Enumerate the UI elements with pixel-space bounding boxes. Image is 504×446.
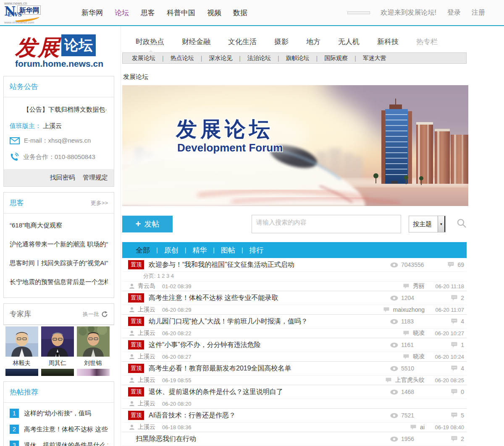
- views-icon: [390, 262, 398, 268]
- thread-author[interactable]: 上溪云: [138, 353, 155, 360]
- thread-author[interactable]: 上溪云: [138, 306, 155, 313]
- hot-posts-list: 1 这样的“幼小衔接”，值吗 2 高考生注意！体检不达标 这些专. 3 退休、提…: [4, 403, 114, 446]
- sike-item[interactable]: 思客时间丨找回失踪孩子的"视觉AI",...: [10, 254, 108, 273]
- hot-post-item[interactable]: 1 这样的“幼小衔接”，值吗: [10, 405, 108, 421]
- last-replier[interactable]: maixuzhong: [393, 306, 425, 313]
- channel-drone[interactable]: 无人机: [338, 37, 360, 47]
- thread-title[interactable]: AI语音技术：行善还是作恶？: [149, 411, 390, 420]
- admin-rules-link[interactable]: 管理规定: [83, 174, 108, 181]
- thread-author[interactable]: 上溪云: [138, 329, 155, 337]
- tab-pictures[interactable]: 图帖: [221, 245, 235, 255]
- channel-tech[interactable]: 新科技: [377, 37, 399, 47]
- expert-photo[interactable]: [77, 326, 110, 357]
- topnav-sike[interactable]: 思客: [141, 8, 155, 18]
- expert-photo[interactable]: [41, 326, 74, 357]
- subnav-development-forum[interactable]: 发展论坛: [130, 55, 157, 62]
- expert-name[interactable]: 林毅夫: [5, 357, 38, 369]
- channel-photography[interactable]: 摄影: [274, 37, 289, 47]
- last-replier[interactable]: 秀丽: [413, 282, 425, 290]
- subnav-hot-forum[interactable]: 热点论坛: [169, 55, 196, 62]
- subnav-law-forum[interactable]: 法治论坛: [246, 55, 273, 62]
- thread-author[interactable]: 青云岛: [138, 282, 155, 290]
- author-icon: [129, 354, 135, 360]
- expert-photo-partial[interactable]: [77, 369, 110, 376]
- channel-finance[interactable]: 财经金融: [182, 37, 210, 47]
- moderator-name[interactable]: 上溪云: [43, 122, 62, 129]
- topnav-video[interactable]: 视频: [207, 8, 221, 18]
- expert-name[interactable]: 刘世锦: [76, 357, 109, 369]
- thread-author[interactable]: 上溪云: [138, 423, 155, 431]
- thread-title[interactable]: 高考生必看！教育部最新发布2019全国高校名单: [149, 364, 390, 373]
- channel-nav: 时政热点 财经金融 文化生活 摄影 地方 无人机 新科技 热专栏: [122, 26, 467, 52]
- announcement-link[interactable]: 【公告】下载归档博文数据包·: [10, 100, 108, 116]
- channel-hot-column[interactable]: 热专栏: [416, 37, 438, 47]
- expert-photo-partial[interactable]: [5, 369, 38, 376]
- thread-title[interactable]: 这件“小事”你不办，分分钟有违法危险: [149, 341, 390, 349]
- subnav-international[interactable]: 国际观察: [323, 55, 349, 62]
- topnav-forum[interactable]: 论坛: [115, 8, 129, 18]
- tab-original[interactable]: 原创: [164, 245, 178, 255]
- topnav-xinhuanet[interactable]: 新华网: [81, 8, 103, 18]
- thread-title[interactable]: 扫黑除恶我们在行动: [136, 435, 390, 443]
- channel-local[interactable]: 地方: [306, 37, 320, 47]
- sike-more-link[interactable]: 更多>>: [91, 199, 108, 207]
- banner-subtitle: Development Forum: [177, 141, 283, 154]
- login-link[interactable]: 登录: [447, 8, 461, 17]
- register-link[interactable]: 注册: [472, 8, 485, 17]
- last-replier[interactable]: 晓凌: [413, 329, 425, 337]
- search-icon[interactable]: [457, 218, 467, 230]
- subnav-flag-forum[interactable]: 旗帜论坛: [284, 55, 311, 62]
- email-value: xhsq@news.cn: [48, 137, 91, 144]
- pinned-badge: 置顶: [128, 364, 144, 373]
- comment-count: 69: [457, 261, 464, 268]
- subnav-deepwater[interactable]: 深水论见: [207, 55, 234, 62]
- sike-title: 思客: [10, 198, 24, 208]
- hot-post-item[interactable]: 3 退休、提前退休的条件是什么？..: [10, 437, 108, 446]
- thread-title[interactable]: 幼儿园门口现“抢人”大战！学前班几小时报满，值吗？: [149, 317, 390, 326]
- expert-name[interactable]: 周其仁: [41, 357, 74, 369]
- sike-item[interactable]: 长宁地震的预警信息背后是一个怎样的.: [10, 273, 108, 292]
- channel-current-affairs[interactable]: 时政热点: [136, 37, 164, 47]
- last-reply-time: 06-20 11:07: [428, 307, 464, 313]
- channel-culture[interactable]: 文化生活: [228, 37, 257, 47]
- new-post-button[interactable]: + 发帖: [122, 216, 173, 232]
- envelope-icon: [10, 137, 20, 144]
- thread-pagination[interactable]: 分页: 1 2 3 4: [122, 272, 467, 282]
- sike-panel-header: 思客 更多>>: [4, 193, 114, 214]
- last-replier[interactable]: ai: [420, 424, 425, 430]
- thread-title[interactable]: 退休、提前退休的条件是什么？这里说明白了: [149, 388, 390, 396]
- post-time: 06-19 08:55: [162, 377, 191, 383]
- hot-posts-panel: 热帖推荐 1 这样的“幼小衔接”，值吗 2 高考生注意！体检不达标 这些专. 3…: [3, 381, 114, 446]
- forum-logo-luntan: 论坛: [61, 34, 96, 56]
- thread-author[interactable]: 上溪云: [138, 376, 155, 384]
- topic-select[interactable]: 按主题 ▼: [409, 216, 446, 232]
- tab-ranking[interactable]: 排行: [249, 245, 264, 255]
- comments-icon: [451, 412, 458, 419]
- thread-title[interactable]: 欢迎参与！“我和我的祖国”征文征集活动正式启动: [149, 261, 390, 269]
- last-reply-time: 06-20 10:24: [428, 354, 464, 360]
- thread-list: 置顶 欢迎参与！“我和我的祖国”征文征集活动正式启动 7043556 69 分页…: [122, 258, 467, 446]
- tab-featured[interactable]: 精华: [192, 245, 207, 255]
- xinhuanet-logo[interactable]: www.news.cn N 新华网 EWS www.xinhuanet.com: [3, 0, 66, 25]
- search-input[interactable]: [252, 215, 401, 229]
- thread-author[interactable]: 上溪云: [138, 400, 155, 407]
- sike-item[interactable]: 沪伦通将带来一个新的潮流 职场的“年.: [10, 235, 108, 254]
- expert-photo-partial[interactable]: [41, 369, 74, 376]
- expert-photo[interactable]: [5, 326, 38, 357]
- recover-password-link[interactable]: 找回密码: [50, 174, 75, 181]
- last-replier[interactable]: 晓凌: [413, 353, 425, 360]
- tab-all[interactable]: 全部: [136, 245, 150, 255]
- hot-post-item[interactable]: 2 高考生注意！体检不达标 这些专.: [10, 421, 108, 437]
- thread-title[interactable]: 高考生注意！体检不达标 这些专业不能录取: [149, 294, 390, 303]
- views-icon: [390, 413, 398, 418]
- experts-refresh[interactable]: 换一批: [83, 310, 108, 318]
- topnav-data[interactable]: 数据: [233, 8, 247, 18]
- chevron-down-icon[interactable]: ▼: [438, 216, 445, 232]
- topnav-kepu[interactable]: 科普中国: [167, 8, 195, 18]
- experts-refresh-label: 换一批: [83, 310, 99, 318]
- last-replier[interactable]: 上官虎头纹: [395, 376, 425, 384]
- sike-item[interactable]: “618”电商大促观察: [10, 216, 108, 235]
- pinned-badge: 置顶: [128, 317, 144, 326]
- subnav-military[interactable]: 军迷大营: [361, 55, 388, 62]
- forum-logo[interactable]: 发展 论坛 forum.home.news.cn: [3, 26, 114, 70]
